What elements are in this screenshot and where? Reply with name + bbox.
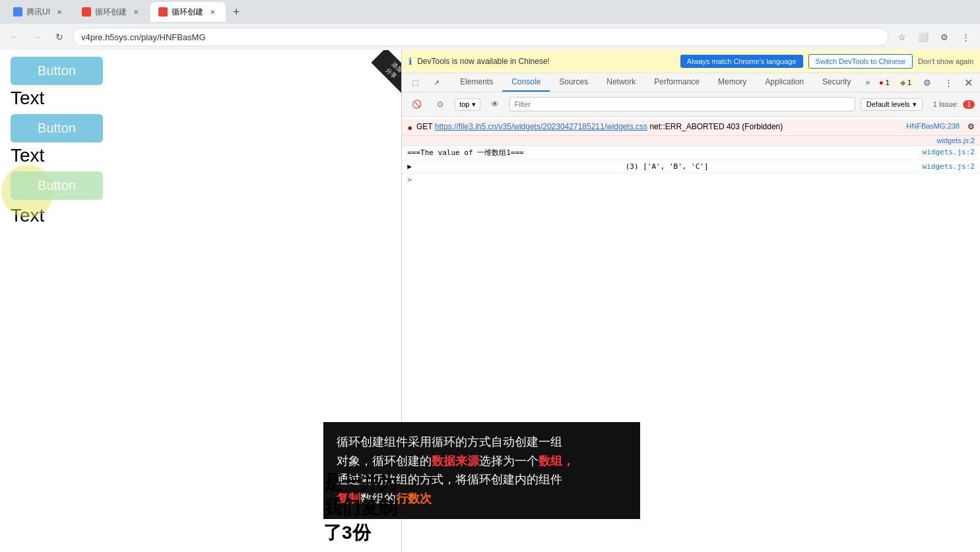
page-text-3: Text — [11, 205, 391, 226]
error-location-1[interactable]: HNFBasMG:238 — [906, 122, 960, 130]
tab-favicon-3 — [158, 7, 168, 16]
overlay-highlight2: 数组， — [539, 454, 574, 468]
overlay-line2: 对象，循环创建的数据来源选择为一个数组， — [337, 452, 627, 471]
context-dropdown[interactable]: top ▾ — [455, 98, 480, 111]
devtools-settings-button[interactable]: ⚙ — [918, 73, 936, 92]
promo-banner: 添加分享 — [348, 50, 401, 103]
warning-count-icon: ◆ — [900, 78, 905, 87]
error-message-container: GET https://file3.ih5.cn/v35/widgets/202… — [416, 122, 902, 131]
menu-button[interactable]: ⋮ — [956, 28, 975, 46]
browser-tab-2[interactable]: 循环创建 ✕ — [74, 2, 149, 22]
devtools-tab-application[interactable]: Application — [756, 73, 813, 92]
devtools-close-button[interactable]: ✕ — [960, 75, 976, 90]
main-area: 添加分享 Button Text Button Text Button Text… — [0, 50, 980, 552]
overlay-line2-mid: 选择为一个 — [479, 454, 539, 468]
refresh-button[interactable]: ↻ — [50, 28, 69, 46]
bookmark-button[interactable]: ☆ — [893, 28, 911, 46]
tab-bar: 腾讯UI ✕ 循环创建 ✕ 循环创建 ✕ + — [0, 0, 980, 24]
expand-arrow-icon: ▶ — [407, 162, 412, 171]
console-array-line[interactable]: ▶ (3) ['A', 'B', 'C'] widgets.js:2 — [402, 160, 980, 173]
tab-close-2[interactable]: ✕ — [131, 7, 141, 17]
dropdown-arrow-icon: ▾ — [472, 100, 476, 109]
devtools-undock-icon[interactable]: ↗ — [427, 73, 445, 92]
console-error-line: ● GET https://file3.ih5.cn/v35/widgets/2… — [402, 119, 980, 136]
overlay-highlight1: 数据来源 — [432, 454, 479, 468]
tab-favicon-2 — [82, 7, 91, 16]
error-prefix: GET — [416, 122, 435, 131]
error-circle-icon: ● — [407, 123, 412, 133]
console-prompt: > — [402, 173, 980, 186]
log-location[interactable]: widgets.js:2 — [923, 148, 975, 158]
error-status: net::ERR_ABORTED 403 (Forbidden) — [649, 122, 783, 131]
page-button-1[interactable]: Button — [11, 57, 103, 85]
overlay-line2-prefix: 对象，循环创建的 — [337, 454, 432, 468]
back-button[interactable]: ← — [5, 28, 24, 46]
extensions-button[interactable]: ⚙ — [935, 28, 954, 46]
address-bar[interactable]: v4pre.h5sys.cn/play/HNFBasMG — [73, 28, 889, 46]
log-text: ===The value of 一维数组1=== — [407, 148, 523, 158]
devtools-tab-console[interactable]: Console — [502, 73, 550, 92]
error-location-settings[interactable]: ⚙ — [967, 122, 975, 131]
devtools-more-button[interactable]: ⋮ — [939, 73, 958, 92]
forward-button[interactable]: → — [28, 28, 46, 46]
console-clear-button[interactable]: 🚫 — [407, 95, 426, 113]
default-levels-dropdown[interactable]: Default levels ▾ — [861, 98, 923, 111]
dismiss-notification-button[interactable]: Don't show again — [918, 57, 973, 65]
issues-badge: 1 — [963, 100, 975, 109]
devtools-tab-sources[interactable]: Sources — [550, 73, 597, 92]
new-tab-button[interactable]: + — [227, 3, 245, 21]
prompt-chevron: > — [407, 175, 412, 184]
filter-input[interactable] — [509, 97, 855, 111]
tab-title-3: 循环创建 — [172, 7, 203, 18]
browser-chrome: 腾讯UI ✕ 循环创建 ✕ 循环创建 ✕ + ← → ↻ v4pre.h5sys… — [0, 0, 980, 50]
page-button-2[interactable]: Button — [11, 114, 103, 142]
promo-banner-text: 添加分享 — [372, 50, 402, 94]
devtools-tab-security[interactable]: Security — [813, 73, 860, 92]
page-text-2: Text — [11, 145, 391, 166]
issues-label: 1 Issue: 1 — [933, 100, 975, 108]
devtools-right-icons: ● 1 ◆ 1 ⚙ ⋮ ✕ — [875, 73, 976, 92]
devtools-console-toolbar: 🚫 ⊙ top ▾ 👁 Default levels ▾ 1 Issue: 1 — [402, 92, 980, 117]
browser-tab-3[interactable]: 循环创建 ✕ — [150, 2, 226, 22]
error-location-2[interactable]: widgets.js:2 — [937, 137, 975, 144]
eye-icon[interactable]: 👁 — [486, 95, 504, 113]
page-text-1: Text — [11, 88, 391, 109]
tab-title-2: 循环创建 — [95, 7, 127, 18]
match-language-button[interactable]: Always match Chrome's language — [680, 55, 803, 68]
tab-favicon-1 — [13, 7, 22, 16]
devtools-dock-icon[interactable]: ⬚ — [406, 73, 424, 92]
array-text: (3) ['A', 'B', 'C'] — [626, 162, 709, 171]
devtools-tab-network[interactable]: Network — [597, 73, 645, 92]
tab-title-1: 腾讯UI — [26, 7, 50, 18]
more-tabs-button[interactable]: » — [860, 75, 875, 90]
page-button-3[interactable]: Button — [11, 171, 103, 200]
address-bar-actions: ☆ ⬜ ⚙ ⋮ — [893, 28, 975, 46]
array-location[interactable]: widgets.js:2 — [923, 162, 975, 171]
devtools-notification-bar: ℹ DevTools is now available in Chinese! … — [402, 50, 980, 73]
levels-arrow-icon: ▾ — [913, 100, 917, 109]
console-filter-button[interactable]: ⊙ — [431, 95, 449, 113]
tab-close-1[interactable]: ✕ — [54, 7, 65, 17]
address-bar-row: ← → ↻ v4pre.h5sys.cn/play/HNFBasMG ☆ ⬜ ⚙… — [0, 24, 980, 50]
notification-text: DevTools is now available in Chinese! — [417, 57, 674, 66]
page-content: 添加分享 Button Text Button Text Button Text… — [0, 50, 401, 552]
bottom-subtitle: 是一并为我们复制了3份 — [323, 470, 401, 545]
error-secondary-location: widgets.js:2 — [402, 136, 980, 146]
switch-language-button[interactable]: Switch DevTools to Chinese — [808, 54, 913, 69]
error-count: 1 — [886, 78, 890, 86]
console-log-line: ===The value of 一维数组1=== widgets.js:2 — [402, 146, 980, 160]
devtools-tab-memory[interactable]: Memory — [709, 73, 756, 92]
url-text: v4pre.h5sys.cn/play/HNFBasMG — [81, 32, 206, 42]
devtools-tab-elements[interactable]: Elements — [451, 73, 502, 92]
overlay-line1: 循环创建组件采用循环的方式自动创建一组 — [337, 433, 627, 452]
error-url-link[interactable]: https://file3.ih5.cn/v35/widgets/2023042… — [435, 122, 647, 131]
devtools-tab-performance[interactable]: Performance — [645, 73, 709, 92]
error-count-icon: ● — [879, 78, 884, 86]
warning-count: 1 — [907, 78, 911, 86]
tab-close-3[interactable]: ✕ — [207, 7, 218, 17]
browser-tab-1[interactable]: 腾讯UI ✕ — [5, 2, 73, 22]
devtools-tabs: ⬚ ↗ Elements Console Sources Network Per… — [402, 73, 980, 92]
screenshot-button[interactable]: ⬜ — [914, 28, 932, 46]
info-icon: ℹ — [408, 56, 412, 67]
